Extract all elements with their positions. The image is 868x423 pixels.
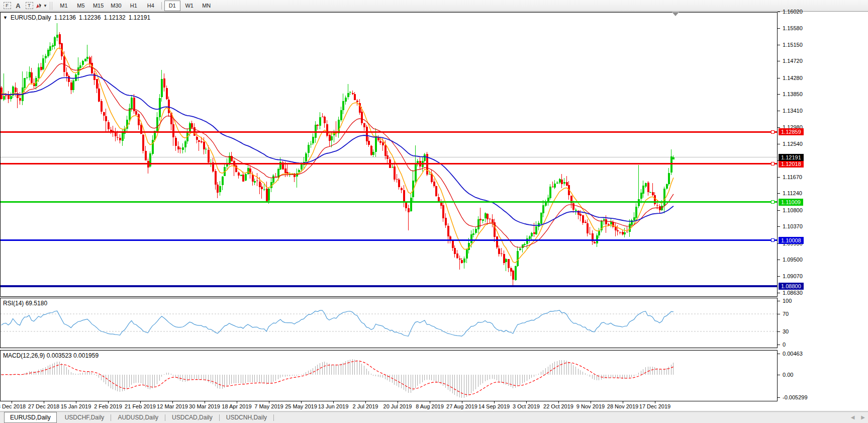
chart-shift-marker-icon[interactable]	[672, 12, 679, 16]
rsi-tick	[778, 301, 780, 301]
macd-tick	[778, 354, 780, 354]
rsi-panel[interactable]: RSI(14) 69.5180	[0, 298, 778, 348]
ma-medium-line	[2, 64, 674, 247]
price-tick	[778, 260, 780, 260]
rsi-tick	[778, 331, 780, 332]
chart-tab-usdchf[interactable]: USDCHF,Daily	[59, 412, 110, 422]
line-handle[interactable]	[771, 130, 775, 134]
chart-tab-bar: EURUSD,DailyUSDCHF,DailyAUDUSD,DailyUSDC…	[0, 411, 868, 423]
text-tool-button[interactable]: A	[13, 1, 23, 11]
fibonacci-tool-button[interactable]: F	[2, 1, 12, 11]
price-tick-label: 1.09070	[783, 273, 803, 279]
price-tick	[778, 45, 780, 45]
date-label: 15 Jan 2019	[61, 403, 91, 409]
price-tick	[778, 226, 780, 227]
tab-scroll-right-icon[interactable]: ▶	[861, 414, 865, 420]
line-handle[interactable]	[771, 238, 775, 242]
chart-ohlc-header: ▼ EURUSD,Daily 1.12136 1.12236 1.12132 1…	[3, 14, 153, 21]
price-tick-label: 1.09500	[783, 257, 803, 263]
price-tick-label: 1.08630	[783, 290, 803, 296]
timeframe-button-w1[interactable]: W1	[181, 1, 198, 11]
price-tick	[778, 276, 780, 277]
chart-tab-eurusd[interactable]: EURUSD,Daily	[4, 412, 57, 423]
label-tool-button[interactable]: T	[24, 1, 34, 11]
price-tick	[778, 210, 780, 211]
macd-signal-line	[2, 361, 674, 395]
macd-axis-label: -0.005299	[783, 394, 808, 400]
chart-tab-usdcad[interactable]: USDCAD,Daily	[166, 412, 218, 422]
price-tick-label: 1.11240	[783, 190, 802, 196]
chevron-down-icon: ▼	[43, 4, 47, 8]
rsi-tick	[778, 345, 780, 345]
price-chart-panel[interactable]: ▼ EURUSD,Daily 1.12136 1.12236 1.12132 1…	[0, 12, 778, 297]
price-tick	[778, 61, 780, 61]
price-tick	[778, 293, 780, 293]
tab-separator	[111, 414, 111, 421]
time-scale[interactable]: 8 Dec 201827 Dec 201815 Jan 20192 Feb 20…	[0, 401, 868, 410]
line-price-badge: 1.10008	[779, 237, 804, 244]
date-label: 2 Jul 2019	[353, 403, 378, 409]
chart-collapse-icon[interactable]: ▼	[3, 15, 8, 20]
timeframe-button-m1[interactable]: M1	[56, 1, 72, 11]
label-icon: T	[26, 2, 33, 9]
timeframe-button-mn[interactable]: MN	[199, 1, 215, 11]
price-tick-label: 1.10800	[783, 207, 803, 213]
timeframe-toolbar: M1M5M15M30H1H4D1W1MN	[55, 1, 215, 11]
line-price-badge: 1.12859	[779, 128, 804, 135]
ma-fast-line	[2, 48, 674, 263]
horizontal-line-1.11009[interactable]	[1, 201, 777, 203]
macd-panel[interactable]: MACD(12,26,9) 0.003523 0.001959	[0, 350, 778, 401]
rsi-chart	[1, 298, 777, 348]
date-label: 8 Dec 2018	[0, 403, 26, 409]
price-tick-label: 1.13850	[783, 91, 803, 97]
line-handle[interactable]	[771, 162, 775, 165]
timeframe-button-m5[interactable]: M5	[73, 1, 89, 11]
horizontal-line-1.12018[interactable]	[1, 163, 777, 164]
arrows-tool-button[interactable]: ▼	[35, 1, 47, 11]
horizontal-line-1.10008[interactable]	[1, 239, 777, 241]
price-tick-label: 1.15580	[783, 25, 803, 31]
chart-tab-audusd[interactable]: AUDUSD,Daily	[112, 412, 164, 422]
date-label: 9 Nov 2019	[576, 403, 605, 409]
price-scale[interactable]: 1.160201.155801.151501.147201.142801.138…	[778, 12, 868, 401]
toolbar-separator	[161, 2, 162, 10]
line-handle[interactable]	[771, 200, 775, 204]
price-tick	[778, 94, 780, 95]
date-label: 30 Mar 2019	[189, 403, 220, 409]
macd-tick	[778, 397, 780, 398]
date-label: 18 Apr 2019	[222, 403, 251, 409]
horizontal-line-1.08800[interactable]	[1, 285, 777, 287]
tab-scroll-left-icon[interactable]: ◀	[851, 414, 855, 420]
line-price-badge: 1.12018	[779, 160, 804, 167]
price-tick-label: 1.11670	[783, 174, 802, 180]
macd-axis-label: 0.00	[783, 372, 793, 378]
price-tick	[778, 12, 780, 12]
ma-slow-line	[2, 75, 674, 225]
rsi-line	[2, 310, 674, 336]
horizontal-line-1.12859[interactable]	[1, 131, 777, 133]
ohlc-close: 1.12191	[129, 14, 150, 21]
macd-axis-label: 0.00463	[783, 351, 803, 357]
tab-separator	[219, 414, 220, 421]
text-icon: A	[16, 2, 20, 10]
rsi-axis-label: 30	[783, 328, 789, 334]
tab-scroll-arrows: ◀ ▶	[846, 414, 865, 420]
macd-tick	[778, 375, 780, 375]
timeframe-button-m30[interactable]: M30	[108, 1, 124, 11]
fibonacci-icon: F	[4, 2, 11, 9]
chart-tab-usdcnh[interactable]: USDCNH,Daily	[221, 412, 272, 422]
timeframe-button-h1[interactable]: H1	[126, 1, 142, 11]
date-label: 8 Aug 2019	[416, 403, 444, 409]
timeframe-button-m15[interactable]: M15	[90, 1, 107, 11]
timeframe-button-h4[interactable]: H4	[143, 1, 159, 11]
date-label: 3 Oct 2019	[513, 403, 540, 409]
timeframe-button-d1[interactable]: D1	[164, 1, 180, 11]
date-label: 2 Feb 2019	[94, 403, 122, 409]
ohlc-high: 1.12236	[79, 14, 101, 21]
price-tick	[778, 111, 780, 111]
price-tick-label: 1.13410	[783, 108, 803, 114]
mt4-window: { "toolbar": { "tool_icons": [ {"name": …	[0, 0, 868, 423]
current-price-badge: 1.12191	[779, 154, 804, 161]
date-label: 21 Feb 2019	[125, 403, 156, 409]
date-label: 25 May 2019	[285, 403, 317, 409]
